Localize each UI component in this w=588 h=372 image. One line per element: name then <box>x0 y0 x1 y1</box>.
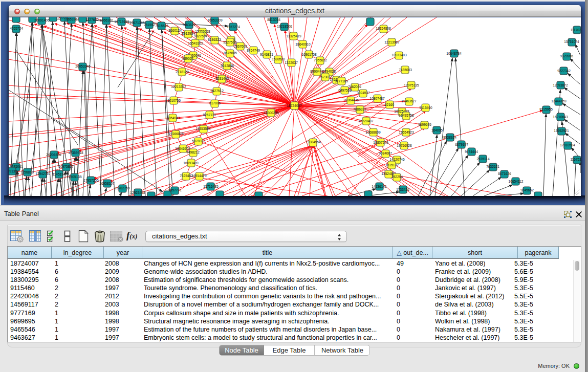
svg-text:9777169: 9777169 <box>335 79 348 83</box>
svg-text:12213392: 12213392 <box>171 85 186 89</box>
svg-text:2867608: 2867608 <box>234 45 247 48</box>
svg-text:8813054: 8813054 <box>267 18 280 21</box>
svg-text:8660124: 8660124 <box>168 29 182 32</box>
svg-text:16961758: 16961758 <box>301 53 317 56</box>
svg-text:9146821: 9146821 <box>260 53 273 56</box>
svg-text:16053309: 16053309 <box>207 18 223 22</box>
svg-text:8031440: 8031440 <box>215 77 229 80</box>
svg-text:62160: 62160 <box>385 103 395 106</box>
svg-text:16543362: 16543362 <box>188 41 203 45</box>
svg-text:4055724: 4055724 <box>10 27 23 30</box>
svg-text:12213967: 12213967 <box>384 40 400 44</box>
svg-text:9084067: 9084067 <box>379 151 392 155</box>
svg-text:11353594: 11353594 <box>196 127 211 130</box>
svg-text:10973403: 10973403 <box>391 53 407 57</box>
svg-text:3024537: 3024537 <box>357 91 370 95</box>
svg-text:7515546: 7515546 <box>155 24 168 28</box>
svg-text:16914479: 16914479 <box>191 174 207 178</box>
svg-text:19756928: 19756928 <box>397 144 412 147</box>
svg-text:8675685: 8675685 <box>224 51 237 55</box>
svg-text:19463627: 19463627 <box>401 99 417 103</box>
svg-text:8990443: 8990443 <box>310 70 323 73</box>
svg-text:18640910: 18640910 <box>295 42 311 46</box>
svg-text:7485003: 7485003 <box>399 68 412 72</box>
svg-text:20206536: 20206536 <box>46 153 61 157</box>
svg-text:9227342: 9227342 <box>557 69 571 73</box>
svg-text:252254: 252254 <box>391 175 403 179</box>
svg-text:9242848: 9242848 <box>221 64 234 68</box>
svg-text:8471626: 8471626 <box>498 172 511 176</box>
svg-text:16495758: 16495758 <box>399 114 414 117</box>
svg-text:8938924: 8938924 <box>443 136 456 139</box>
svg-text:2718120: 2718120 <box>176 70 189 74</box>
svg-text:14120746: 14120746 <box>389 158 405 161</box>
svg-text:6794028: 6794028 <box>322 70 336 73</box>
svg-text:8215955: 8215955 <box>539 107 553 111</box>
svg-text:10975867: 10975867 <box>58 165 74 168</box>
svg-text:19854943: 19854943 <box>165 116 180 120</box>
svg-text:12942757: 12942757 <box>35 172 51 176</box>
svg-text:8454749: 8454749 <box>247 49 260 52</box>
svg-text:15720407: 15720407 <box>358 119 374 123</box>
svg-text:1733426: 1733426 <box>396 188 409 191</box>
svg-text:9427512: 9427512 <box>210 89 224 93</box>
svg-text:7886322: 7886322 <box>353 107 366 111</box>
svg-text:4498212: 4498212 <box>186 150 200 154</box>
svg-text:7625402: 7625402 <box>180 174 193 178</box>
svg-text:10653267: 10653267 <box>64 17 79 21</box>
svg-text:989027: 989027 <box>182 57 193 60</box>
svg-text:9857771: 9857771 <box>168 188 182 192</box>
svg-text:1167534: 1167534 <box>570 158 581 161</box>
svg-text:7462066: 7462066 <box>348 85 361 89</box>
svg-text:16046708: 16046708 <box>175 147 190 150</box>
svg-text:19166825: 19166825 <box>168 132 184 136</box>
svg-text:16154808: 16154808 <box>376 27 391 30</box>
svg-text:8912954: 8912954 <box>182 32 195 35</box>
svg-text:39139: 39139 <box>9 169 17 173</box>
svg-text:15692921: 15692921 <box>554 129 569 133</box>
svg-text:12444159: 12444159 <box>551 99 567 103</box>
svg-text:18300295: 18300295 <box>264 111 279 115</box>
svg-text:8267110: 8267110 <box>203 113 216 117</box>
svg-text:8186323: 8186323 <box>208 38 221 41</box>
svg-text:1322037: 1322037 <box>285 61 298 64</box>
svg-text:14136141: 14136141 <box>372 185 387 188</box>
svg-text:1117023: 1117023 <box>571 28 581 32</box>
svg-text:7663822: 7663822 <box>182 23 195 27</box>
svg-text:617006: 617006 <box>209 101 221 105</box>
svg-text:12923448: 12923448 <box>130 191 145 194</box>
svg-text:7632621: 7632621 <box>486 165 499 168</box>
svg-text:1010755: 1010755 <box>167 99 181 102</box>
svg-text:17957255: 17957255 <box>83 179 99 182</box>
svg-text:7955812: 7955812 <box>314 58 327 62</box>
svg-text:19218506: 19218506 <box>277 25 292 28</box>
svg-text:1615132: 1615132 <box>385 163 399 167</box>
svg-text:17359918: 17359918 <box>68 151 83 155</box>
svg-text:6497568: 6497568 <box>338 89 352 92</box>
svg-text:7857274: 7857274 <box>227 25 240 29</box>
svg-text:16210643: 16210643 <box>553 115 568 119</box>
svg-text:19654923: 19654923 <box>399 130 414 134</box>
svg-text:13325419: 13325419 <box>286 34 301 38</box>
svg-text:1527602: 1527602 <box>85 18 99 21</box>
svg-text:9474444: 9474444 <box>465 150 478 154</box>
svg-text:10654112: 10654112 <box>509 180 524 183</box>
svg-text:6966160: 6966160 <box>100 18 113 22</box>
svg-text:10671365: 10671365 <box>129 21 145 25</box>
svg-text:19384554: 19384554 <box>306 140 321 144</box>
svg-text:16958107: 16958107 <box>99 182 115 185</box>
svg-text:20364436: 20364436 <box>343 98 359 102</box>
svg-text:9329966: 9329966 <box>560 54 573 58</box>
svg-text:10648784: 10648784 <box>446 52 462 55</box>
svg-text:6879197: 6879197 <box>455 143 468 146</box>
svg-text:1156819: 1156819 <box>20 170 34 174</box>
svg-text:9115460: 9115460 <box>419 106 432 110</box>
svg-text:10719155: 10719155 <box>114 20 129 24</box>
svg-text:1145194: 1145194 <box>52 172 66 176</box>
svg-text:1588520: 1588520 <box>272 57 285 61</box>
svg-text:20091406: 20091406 <box>34 18 50 22</box>
svg-text:10807487: 10807487 <box>369 97 385 100</box>
svg-text:2935114: 2935114 <box>476 157 490 161</box>
svg-text:12975135: 12975135 <box>404 83 419 87</box>
svg-text:16782759: 16782759 <box>115 186 130 190</box>
